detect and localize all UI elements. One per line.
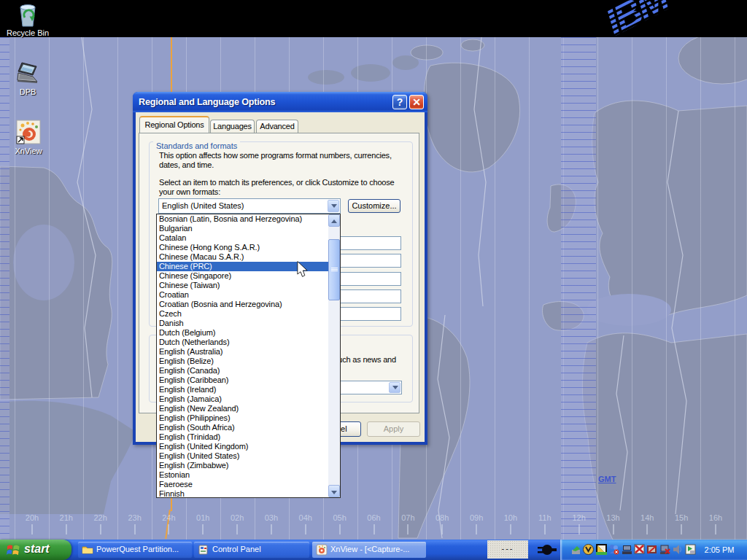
svg-text:IBM: IBM [599,0,677,37]
